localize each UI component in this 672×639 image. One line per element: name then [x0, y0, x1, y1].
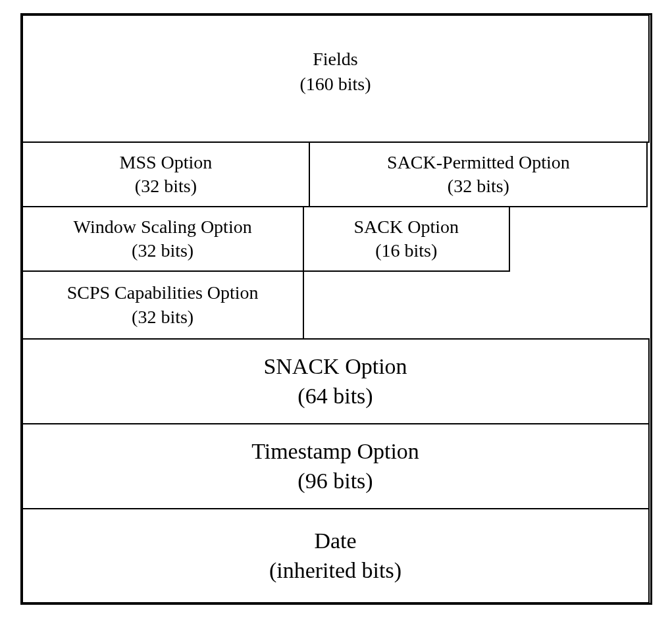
sack-option-bits: (16 bits) [375, 239, 437, 263]
cell-sack-option: SACK Option (16 bits) [303, 206, 510, 272]
mss-name: MSS Option [120, 151, 213, 174]
cell-date: Date (inherited bits) [22, 508, 650, 603]
cell-window-scaling-option: Window Scaling Option (32 bits) [22, 206, 304, 272]
fields-bits: (160 bits) [299, 72, 371, 96]
packet-structure-diagram: Fields (160 bits) MSS Option (32 bits) S… [20, 13, 652, 605]
row-fields: Fields (160 bits) [22, 15, 650, 142]
snack-name: SNACK Option [263, 352, 407, 381]
mss-bits: (32 bits) [135, 174, 197, 198]
window-scaling-bits: (32 bits) [132, 239, 194, 263]
row-timestamp: Timestamp Option (96 bits) [22, 424, 650, 509]
cell-timestamp-option: Timestamp Option (96 bits) [22, 423, 650, 509]
window-scaling-name: Window Scaling Option [74, 215, 252, 239]
cell-snack-option: SNACK Option (64 bits) [22, 338, 650, 424]
date-bits: (inherited bits) [269, 556, 401, 585]
row-scps: SCPS Capabilities Option (32 bits) [22, 271, 650, 339]
date-name: Date [314, 526, 356, 555]
scps-bits: (32 bits) [132, 305, 194, 329]
scps-name: SCPS Capabilities Option [67, 281, 259, 305]
row-wscale-sackopt: Window Scaling Option (32 bits) SACK Opt… [22, 207, 650, 271]
sack-option-name: SACK Option [353, 215, 458, 239]
timestamp-name: Timestamp Option [251, 437, 419, 466]
cell-empty-2 [303, 270, 648, 340]
sack-permitted-name: SACK-Permitted Option [387, 151, 570, 174]
cell-fields: Fields (160 bits) [22, 14, 650, 143]
timestamp-bits: (96 bits) [297, 467, 373, 496]
cell-mss-option: MSS Option (32 bits) [22, 141, 311, 207]
row-date: Date (inherited bits) [22, 509, 650, 603]
sack-permitted-bits: (32 bits) [448, 174, 509, 198]
cell-sack-permitted-option: SACK-Permitted Option (32 bits) [309, 141, 648, 207]
row-snack: SNACK Option (64 bits) [22, 339, 650, 424]
snack-bits: (64 bits) [297, 382, 373, 411]
fields-name: Fields [313, 47, 357, 71]
cell-scps-capabilities-option: SCPS Capabilities Option (32 bits) [22, 270, 304, 340]
row-mss-sack: MSS Option (32 bits) SACK-Permitted Opti… [22, 142, 650, 207]
cell-empty-1 [509, 207, 648, 271]
